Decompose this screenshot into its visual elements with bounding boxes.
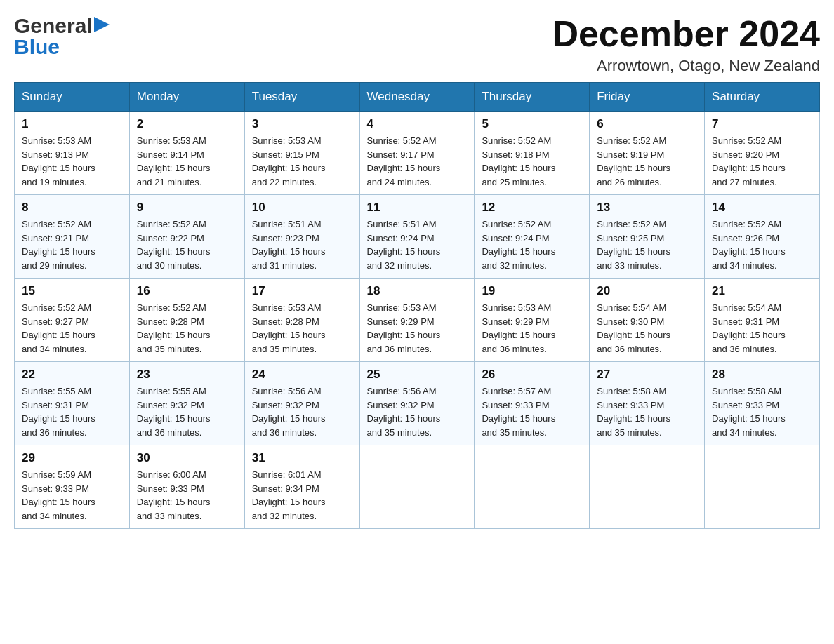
day-info: Sunrise: 5:59 AM Sunset: 9:33 PM Dayligh… <box>22 468 122 523</box>
day-number: 7 <box>712 117 812 131</box>
table-row: 1 Sunrise: 5:53 AM Sunset: 9:13 PM Dayli… <box>15 112 130 195</box>
day-number: 18 <box>367 284 468 298</box>
day-number: 2 <box>137 117 237 131</box>
table-row: 17 Sunrise: 5:53 AM Sunset: 9:28 PM Dayl… <box>244 279 359 362</box>
table-row: 3 Sunrise: 5:53 AM Sunset: 9:15 PM Dayli… <box>244 112 359 195</box>
calendar-subtitle: Arrowtown, Otago, New Zealand <box>552 57 820 75</box>
day-number: 25 <box>367 368 468 382</box>
day-number: 12 <box>482 201 582 215</box>
table-row: 30 Sunrise: 6:00 AM Sunset: 9:33 PM Dayl… <box>129 445 244 529</box>
day-info: Sunrise: 5:51 AM Sunset: 9:23 PM Dayligh… <box>252 217 352 272</box>
table-row <box>475 445 590 529</box>
header-saturday: Saturday <box>705 83 820 112</box>
day-number: 13 <box>597 201 697 215</box>
table-row: 28 Sunrise: 5:58 AM Sunset: 9:33 PM Dayl… <box>705 362 820 445</box>
calendar-week-2: 8 Sunrise: 5:52 AM Sunset: 9:21 PM Dayli… <box>15 195 820 279</box>
table-row: 26 Sunrise: 5:57 AM Sunset: 9:33 PM Dayl… <box>475 362 590 445</box>
table-row: 5 Sunrise: 5:52 AM Sunset: 9:18 PM Dayli… <box>475 112 590 195</box>
day-info: Sunrise: 5:52 AM Sunset: 9:21 PM Dayligh… <box>22 217 122 272</box>
table-row: 25 Sunrise: 5:56 AM Sunset: 9:32 PM Dayl… <box>359 362 475 445</box>
day-number: 11 <box>367 201 468 215</box>
table-row: 18 Sunrise: 5:53 AM Sunset: 9:29 PM Dayl… <box>359 279 475 362</box>
day-info: Sunrise: 5:52 AM Sunset: 9:19 PM Dayligh… <box>597 134 697 189</box>
header-monday: Monday <box>129 83 244 112</box>
day-number: 15 <box>22 284 122 298</box>
header-wednesday: Wednesday <box>359 83 475 112</box>
day-info: Sunrise: 5:51 AM Sunset: 9:24 PM Dayligh… <box>367 217 468 272</box>
table-row: 7 Sunrise: 5:52 AM Sunset: 9:20 PM Dayli… <box>705 112 820 195</box>
day-number: 23 <box>137 368 237 382</box>
calendar-week-1: 1 Sunrise: 5:53 AM Sunset: 9:13 PM Dayli… <box>15 112 820 195</box>
day-info: Sunrise: 5:52 AM Sunset: 9:24 PM Dayligh… <box>482 217 582 272</box>
day-number: 31 <box>252 451 352 465</box>
day-info: Sunrise: 5:52 AM Sunset: 9:27 PM Dayligh… <box>22 301 122 356</box>
day-info: Sunrise: 5:57 AM Sunset: 9:33 PM Dayligh… <box>482 384 582 439</box>
table-row <box>590 445 705 529</box>
day-info: Sunrise: 5:53 AM Sunset: 9:29 PM Dayligh… <box>367 301 468 356</box>
day-info: Sunrise: 5:52 AM Sunset: 9:26 PM Dayligh… <box>712 217 812 272</box>
table-row: 22 Sunrise: 5:55 AM Sunset: 9:31 PM Dayl… <box>15 362 130 445</box>
svg-marker-0 <box>94 17 110 32</box>
day-number: 10 <box>252 201 352 215</box>
header-thursday: Thursday <box>475 83 590 112</box>
day-info: Sunrise: 5:54 AM Sunset: 9:31 PM Dayligh… <box>712 301 812 356</box>
day-info: Sunrise: 5:52 AM Sunset: 9:22 PM Dayligh… <box>137 217 237 272</box>
table-row: 4 Sunrise: 5:52 AM Sunset: 9:17 PM Dayli… <box>359 112 475 195</box>
day-number: 22 <box>22 368 122 382</box>
header-tuesday: Tuesday <box>244 83 359 112</box>
table-row: 9 Sunrise: 5:52 AM Sunset: 9:22 PM Dayli… <box>129 195 244 279</box>
table-row: 23 Sunrise: 5:55 AM Sunset: 9:32 PM Dayl… <box>129 362 244 445</box>
table-row: 27 Sunrise: 5:58 AM Sunset: 9:33 PM Dayl… <box>590 362 705 445</box>
table-row: 11 Sunrise: 5:51 AM Sunset: 9:24 PM Dayl… <box>359 195 475 279</box>
table-row: 8 Sunrise: 5:52 AM Sunset: 9:21 PM Dayli… <box>15 195 130 279</box>
logo-general: General <box>14 14 93 38</box>
day-number: 14 <box>712 201 812 215</box>
day-number: 20 <box>597 284 697 298</box>
logo-arrow-icon <box>94 17 110 32</box>
header-sunday: Sunday <box>15 83 130 112</box>
day-info: Sunrise: 5:56 AM Sunset: 9:32 PM Dayligh… <box>252 384 352 439</box>
calendar-week-3: 15 Sunrise: 5:52 AM Sunset: 9:27 PM Dayl… <box>15 279 820 362</box>
table-row: 6 Sunrise: 5:52 AM Sunset: 9:19 PM Dayli… <box>590 112 705 195</box>
day-number: 8 <box>22 201 122 215</box>
table-row: 13 Sunrise: 5:52 AM Sunset: 9:25 PM Dayl… <box>590 195 705 279</box>
day-number: 1 <box>22 117 122 131</box>
day-info: Sunrise: 5:53 AM Sunset: 9:29 PM Dayligh… <box>482 301 582 356</box>
day-info: Sunrise: 5:52 AM Sunset: 9:18 PM Dayligh… <box>482 134 582 189</box>
day-info: Sunrise: 5:55 AM Sunset: 9:32 PM Dayligh… <box>137 384 237 439</box>
title-block: December 2024 Arrowtown, Otago, New Zeal… <box>552 14 820 75</box>
calendar-table: Sunday Monday Tuesday Wednesday Thursday… <box>14 82 820 529</box>
day-info: Sunrise: 5:52 AM Sunset: 9:28 PM Dayligh… <box>137 301 237 356</box>
day-info: Sunrise: 5:52 AM Sunset: 9:25 PM Dayligh… <box>597 217 697 272</box>
day-info: Sunrise: 5:52 AM Sunset: 9:20 PM Dayligh… <box>712 134 812 189</box>
logo-blue: Blue <box>14 35 60 59</box>
calendar-header-row: Sunday Monday Tuesday Wednesday Thursday… <box>15 83 820 112</box>
day-info: Sunrise: 5:52 AM Sunset: 9:17 PM Dayligh… <box>367 134 468 189</box>
day-info: Sunrise: 5:55 AM Sunset: 9:31 PM Dayligh… <box>22 384 122 439</box>
page-header: General Blue December 2024 Arrowtown, Ot… <box>14 14 820 75</box>
day-info: Sunrise: 6:00 AM Sunset: 9:33 PM Dayligh… <box>137 468 237 523</box>
table-row: 29 Sunrise: 5:59 AM Sunset: 9:33 PM Dayl… <box>15 445 130 529</box>
table-row: 15 Sunrise: 5:52 AM Sunset: 9:27 PM Dayl… <box>15 279 130 362</box>
day-info: Sunrise: 5:58 AM Sunset: 9:33 PM Dayligh… <box>597 384 697 439</box>
table-row <box>705 445 820 529</box>
logo: General Blue <box>14 14 110 59</box>
table-row: 31 Sunrise: 6:01 AM Sunset: 9:34 PM Dayl… <box>244 445 359 529</box>
day-number: 26 <box>482 368 582 382</box>
day-number: 17 <box>252 284 352 298</box>
day-info: Sunrise: 5:53 AM Sunset: 9:14 PM Dayligh… <box>137 134 237 189</box>
day-number: 16 <box>137 284 237 298</box>
table-row: 10 Sunrise: 5:51 AM Sunset: 9:23 PM Dayl… <box>244 195 359 279</box>
table-row: 16 Sunrise: 5:52 AM Sunset: 9:28 PM Dayl… <box>129 279 244 362</box>
table-row: 24 Sunrise: 5:56 AM Sunset: 9:32 PM Dayl… <box>244 362 359 445</box>
day-info: Sunrise: 5:53 AM Sunset: 9:28 PM Dayligh… <box>252 301 352 356</box>
table-row: 21 Sunrise: 5:54 AM Sunset: 9:31 PM Dayl… <box>705 279 820 362</box>
day-number: 30 <box>137 451 237 465</box>
day-number: 4 <box>367 117 468 131</box>
day-number: 28 <box>712 368 812 382</box>
calendar-week-4: 22 Sunrise: 5:55 AM Sunset: 9:31 PM Dayl… <box>15 362 820 445</box>
calendar-title: December 2024 <box>552 14 820 54</box>
day-number: 3 <box>252 117 352 131</box>
table-row <box>359 445 475 529</box>
day-number: 29 <box>22 451 122 465</box>
